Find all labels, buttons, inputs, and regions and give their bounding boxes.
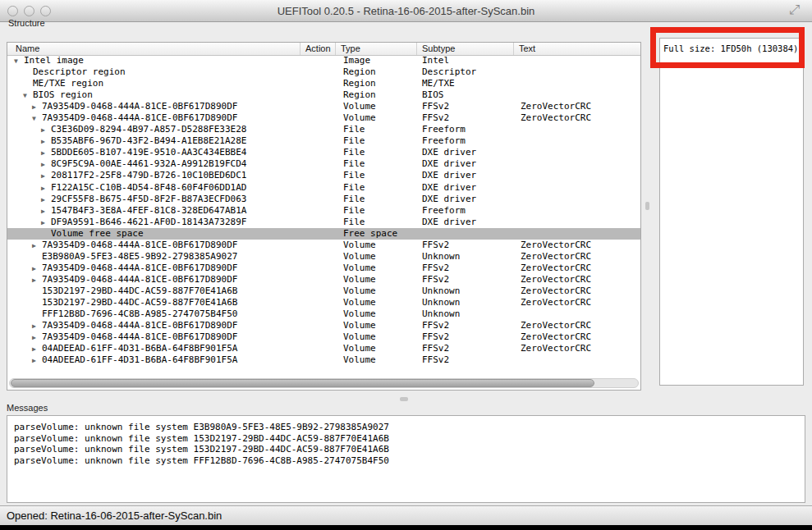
expand-arrow-icon[interactable]: ▶ <box>32 344 42 354</box>
horizontal-scrollbar-thumb[interactable] <box>11 379 594 387</box>
expand-arrow-icon[interactable]: ▶ <box>32 332 42 343</box>
expand-arrow-icon[interactable]: ▶ <box>32 355 42 366</box>
collapse-arrow-icon[interactable]: ▼ <box>32 113 42 124</box>
tree-item-action-cell <box>300 78 336 89</box>
tree-item-name-cell: FFF12B8D-7696-4C8B-A985-2747075B4F50 <box>7 308 300 320</box>
tree-row[interactable]: ▶7A9354D9-0468-444A-81CE-0BF617D890DFVol… <box>7 320 640 331</box>
status-bar: Opened: Retina-16-06-2015-after-SyScan.b… <box>0 505 812 525</box>
traffic-lights <box>7 6 51 16</box>
tree-row[interactable]: ▶DF9A9591-B646-4621-AF0D-18143A73289FFil… <box>7 217 640 228</box>
tree-item-label: 7A9354D9-0468-444A-81CE-0BF617D890DF <box>42 263 237 273</box>
tree-item-action-cell <box>300 55 336 66</box>
tree-row[interactable]: ▶5BDDE605-B107-419E-9510-AA3C434EBBE4Fil… <box>7 147 640 158</box>
collapse-arrow-icon[interactable]: ▼ <box>14 56 24 66</box>
minimize-button[interactable] <box>24 6 34 16</box>
expand-arrow-icon[interactable]: ▶ <box>41 136 51 147</box>
column-header-name[interactable]: Name <box>7 43 300 55</box>
expand-arrow-icon[interactable]: ▶ <box>32 275 42 286</box>
tree-item-action-cell <box>300 308 336 320</box>
tree-item-subtype-cell: DXE driver <box>417 194 514 205</box>
tree-item-type-cell: File <box>336 217 417 228</box>
tree-item-text-cell: ZeroVectorCRC <box>514 297 640 308</box>
tree-item-action-cell <box>300 89 336 101</box>
tree-item-type-cell: Volume <box>336 112 417 124</box>
expand-arrow-icon[interactable]: ▶ <box>41 217 51 228</box>
tree-row[interactable]: ▼Intel imageImageIntel <box>7 55 640 66</box>
tree-item-type-cell: Volume <box>336 308 417 320</box>
close-button[interactable] <box>7 6 18 16</box>
messages-panel: parseVolume: unknown file system E3B980A… <box>7 415 805 503</box>
tree-row[interactable]: ▶208117F2-25F8-479D-B726-10C10BED6DC1Fil… <box>7 170 640 181</box>
fullscreen-icon[interactable]: ⤢ <box>789 2 800 17</box>
zoom-button[interactable] <box>40 6 51 16</box>
tree-row[interactable]: 153D2197-29BD-44DC-AC59-887F70E41A6BVolu… <box>7 286 640 297</box>
expand-arrow-icon[interactable]: ▶ <box>41 125 51 135</box>
expand-arrow-icon[interactable]: ▶ <box>32 102 42 112</box>
column-header-action[interactable]: Action <box>300 43 336 55</box>
expand-arrow-icon[interactable]: ▶ <box>41 194 51 205</box>
tree-item-type-cell: Region <box>336 89 417 101</box>
horizontal-splitter-handle[interactable] <box>400 397 408 401</box>
tree-row[interactable]: ▶8C9F5C9A-00AE-4461-932A-A9912B19FCD4Fil… <box>7 158 640 170</box>
tree-row-selected[interactable]: Volume free spaceFree space <box>7 228 640 240</box>
expand-arrow-icon[interactable]: ▶ <box>32 263 42 274</box>
tree-row[interactable]: FFF12B8D-7696-4C8B-A985-2747075B4F50Volu… <box>7 308 640 320</box>
tree-row[interactable]: ▶04ADEEAD-61FF-4D31-B6BA-64F8BF901F5AVol… <box>7 343 640 354</box>
tree-row[interactable]: ▼BIOS regionRegionBIOS <box>7 89 640 101</box>
tree-item-action-cell <box>300 343 336 354</box>
tree-row[interactable]: ▶B535ABF6-967D-43F2-B494-A1EB8E21A28EFil… <box>7 135 640 147</box>
tree-item-label: 7A9354D9-0468-444A-81CE-0BF617D890DF <box>42 101 237 112</box>
horizontal-scrollbar[interactable] <box>9 378 639 388</box>
tree-item-type-cell: Volume <box>336 101 417 112</box>
tree-item-type-cell: File <box>336 158 417 170</box>
tree-row[interactable]: ▶7A9354D9-0468-444A-81CE-0BF617D890DFVol… <box>7 101 640 112</box>
tree-item-label: B535ABF6-967D-43F2-B494-A1EB8E21A28E <box>51 135 246 146</box>
tree-row[interactable]: ▶F122A15C-C10B-4D54-8F48-60F4F06DD1ADFil… <box>7 182 640 194</box>
messages-label: Messages <box>7 403 48 413</box>
expand-arrow-icon[interactable]: ▶ <box>32 240 42 251</box>
tree-row[interactable]: ▶7A9354D9-0468-444A-81CE-0BF617D890DFVol… <box>7 263 640 274</box>
tree-item-type-cell: File <box>336 194 417 205</box>
column-header-text[interactable]: Text <box>514 43 640 55</box>
tree-item-action-cell <box>300 147 336 158</box>
tree-row[interactable]: ▶04ADEEAD-61FF-4D31-B6BA-64F8BF901F5AVol… <box>7 354 640 366</box>
expand-arrow-icon[interactable]: ▶ <box>41 171 51 181</box>
tree-item-label: 1547B4F3-3E8A-4FEF-81C8-328ED647AB1A <box>51 205 246 216</box>
title-bar[interactable]: UEFITool 0.20.5 - Retina-16-06-2015-afte… <box>0 0 812 22</box>
tree-row[interactable]: ▶7A9354D9-0468-444A-81CE-0BF617D890DFVol… <box>7 331 640 343</box>
tree-row[interactable]: ▶7A9354D9-0468-444A-81CE-0BF617D890DFVol… <box>7 274 640 286</box>
tree-item-subtype-cell <box>417 228 514 240</box>
tree-item-type-cell: Region <box>336 78 417 89</box>
collapse-arrow-icon[interactable]: ▼ <box>23 90 33 101</box>
column-header-subtype[interactable]: Subtype <box>417 43 514 55</box>
tree-item-subtype-cell: Unknown <box>417 297 514 308</box>
expand-arrow-icon[interactable]: ▶ <box>41 159 51 170</box>
structure-tree[interactable]: Name Action Type Subtype Text ▼Intel ima… <box>7 42 641 391</box>
expand-arrow-icon[interactable]: ▶ <box>32 321 42 331</box>
expand-arrow-icon[interactable]: ▶ <box>41 206 51 217</box>
tree-item-action-cell <box>300 263 336 274</box>
tree-item-text-cell: ZeroVectorCRC <box>514 286 640 297</box>
column-header-type[interactable]: Type <box>336 43 417 55</box>
tree-item-label: Intel image <box>24 55 84 66</box>
tree-row[interactable]: ▶C3E36D09-8294-4B97-A857-D5288FE33E28Fil… <box>7 124 640 135</box>
tree-row[interactable]: Descriptor regionRegionDescriptor <box>7 66 640 78</box>
tree-row[interactable]: ▼7A9354D9-0468-444A-81CE-0BF617D890DFVol… <box>7 112 640 124</box>
tree-item-text-cell: ZeroVectorCRC <box>514 320 640 331</box>
tree-item-subtype-cell: ME/TXE <box>417 78 514 89</box>
tree-row[interactable]: 153D2197-29BD-44DC-AC59-887F70E41A6BVolu… <box>7 297 640 308</box>
message-line[interactable]: parseVolume: unknown file system 153D219… <box>14 444 798 455</box>
tree-item-name-cell: ▶7A9354D9-0468-444A-81CE-0BF617D890DF <box>7 101 300 112</box>
message-line[interactable]: parseVolume: unknown file system FFF12B8… <box>14 455 798 467</box>
tree-row[interactable]: ME/TXE regionRegionME/TXE <box>7 78 640 89</box>
tree-item-action-cell <box>300 217 336 228</box>
tree-row[interactable]: ▶7A9354D9-0468-444A-81CE-0BF617D890DFVol… <box>7 240 640 251</box>
message-line[interactable]: parseVolume: unknown file system 153D219… <box>14 433 798 445</box>
tree-row[interactable]: ▶29CF55F8-B675-4F5D-8F2F-B87A3ECFD063Fil… <box>7 194 640 205</box>
expand-arrow-icon[interactable]: ▶ <box>41 148 51 158</box>
expand-arrow-icon[interactable]: ▶ <box>41 183 51 194</box>
vertical-splitter-handle[interactable] <box>645 202 649 210</box>
tree-row[interactable]: E3B980A9-5FE3-48E5-9B92-2798385A9027Volu… <box>7 251 640 263</box>
tree-row[interactable]: ▶1547B4F3-3E8A-4FEF-81C8-328ED647AB1AFil… <box>7 205 640 217</box>
message-line[interactable]: parseVolume: unknown file system E3B980A… <box>14 422 798 433</box>
